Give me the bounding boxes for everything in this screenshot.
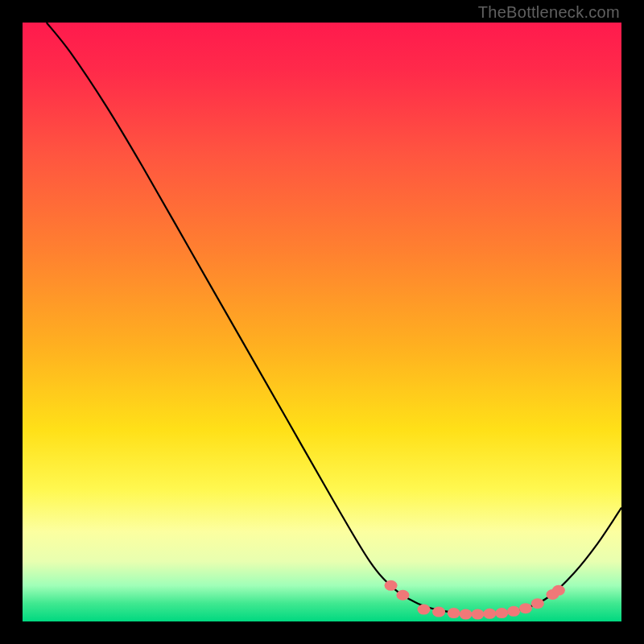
curve-marker [483, 609, 496, 619]
curve-marker [507, 606, 520, 617]
curve-marker [495, 608, 508, 618]
curve-layer [23, 23, 621, 621]
chart-plot-area [23, 23, 621, 621]
curve-marker [385, 580, 398, 591]
curve-marker [552, 585, 565, 596]
curve-marker [531, 598, 544, 609]
watermark-text: TheBottleneck.com [478, 3, 620, 22]
bottleneck-curve [47, 23, 621, 614]
curve-marker [396, 590, 409, 601]
curve-marker [519, 603, 532, 613]
curve-marker [448, 608, 460, 618]
curve-marker [460, 609, 473, 620]
curve-marker [432, 607, 445, 617]
curve-marker [417, 605, 430, 615]
curve-marker [471, 609, 484, 620]
